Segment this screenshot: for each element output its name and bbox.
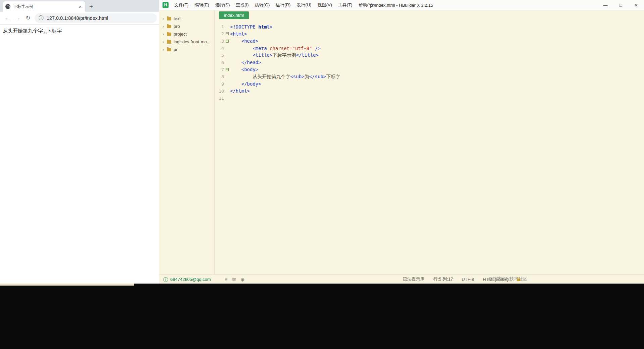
code-token: > <box>270 24 272 30</box>
fold-toggle-icon[interactable] <box>226 32 229 35</box>
back-button[interactable]: ← <box>2 15 12 21</box>
code-area[interactable]: 1<!DOCTYPE html>2<html>3 <head>4 <meta c… <box>215 20 644 102</box>
code-token <box>230 38 241 44</box>
ide-main-area: ›text›pro›project›logistics-front-ma...›… <box>159 10 644 275</box>
tree-item[interactable]: ›text <box>159 15 214 22</box>
folder-icon <box>167 40 171 44</box>
code-text: <body> <box>230 67 258 72</box>
account-icon[interactable]: ⓘ <box>163 277 168 282</box>
minimize-button[interactable]: — <box>598 0 613 10</box>
code-token: </body> <box>241 81 261 87</box>
browser-toolbar: ← → ↻ ⓘ 127.0.0.1:8848/pr/index.html <box>0 12 159 24</box>
menu-item[interactable]: 工具(T) <box>335 2 356 8</box>
menu-item[interactable]: 视图(V) <box>314 2 335 8</box>
code-line[interactable]: 5 <title>下标字示例</title> <box>215 52 644 59</box>
line-number: 6 <box>215 60 224 65</box>
line-number: 9 <box>215 82 224 87</box>
code-token: html <box>258 24 270 30</box>
code-token: <sub> <box>290 74 304 79</box>
line-number: 7 <box>215 67 224 72</box>
page-info-icon[interactable]: ⓘ <box>39 15 44 21</box>
code-line[interactable]: 11 <box>215 95 644 102</box>
line-number: 10 <box>215 89 224 94</box>
editor-panel: index.html 1<!DOCTYPE html>2<html>3 <hea… <box>215 10 644 275</box>
line-number: 3 <box>215 39 224 44</box>
new-tab-button[interactable]: + <box>89 3 93 10</box>
code-text: </body> <box>230 81 261 87</box>
editor-tab-index-html[interactable]: index.html <box>219 11 249 19</box>
plugin-icon[interactable]: ◉ <box>240 277 244 282</box>
code-token <box>230 81 241 87</box>
code-line[interactable]: 3 <head> <box>215 38 644 45</box>
line-number: 1 <box>215 24 224 29</box>
fold-toggle-icon[interactable] <box>226 40 229 43</box>
code-line[interactable]: 9 </body> <box>215 80 644 87</box>
screen: { "colors": { "accent-green": "#3C9D5D",… <box>0 0 644 349</box>
fold-column <box>224 68 230 71</box>
code-token: </sub> <box>309 74 326 79</box>
close-button[interactable]: ✕ <box>629 0 644 10</box>
browser-tab[interactable]: 下标字示例 × <box>3 1 85 12</box>
outline-icon[interactable]: ≡ <box>225 277 228 282</box>
page-subscript-text: 为 <box>43 31 47 35</box>
code-line[interactable]: 7 <body> <box>215 66 644 73</box>
code-line[interactable]: 2<html> <box>215 30 644 37</box>
folder-icon <box>167 25 171 28</box>
menu-item[interactable]: 编辑(E) <box>192 2 212 8</box>
hbuilder-logo-icon: H <box>163 2 169 8</box>
tree-item-label: text <box>174 16 181 21</box>
reload-button[interactable]: ↻ <box>23 14 33 21</box>
code-token: </head> <box>241 60 261 65</box>
line-number: 4 <box>215 46 224 51</box>
menu-item[interactable]: 选择(S) <box>212 2 233 8</box>
background-window-edge <box>0 284 134 286</box>
tree-item-label: pro <box>174 24 180 29</box>
chevron-right-icon: › <box>163 24 167 29</box>
tree-item[interactable]: ›project <box>159 30 214 38</box>
address-bar[interactable]: ⓘ 127.0.0.1:8848/pr/index.html <box>35 13 157 23</box>
mail-icon[interactable]: ✉ <box>232 277 236 282</box>
code-token <box>230 67 241 72</box>
code-token <box>230 52 252 58</box>
file-tree-panel: ›text›pro›project›logistics-front-ma...›… <box>159 10 215 275</box>
line-number: 2 <box>215 31 224 36</box>
status-left: ⓘ 694742605@qq.com ≡ ✉ ◉ <box>163 277 244 282</box>
menu-item[interactable]: 发行(U) <box>293 2 314 8</box>
maximize-button[interactable]: □ <box>613 0 629 10</box>
chevron-right-icon: › <box>163 39 167 44</box>
line-number: 8 <box>215 74 224 79</box>
code-text: </head> <box>230 60 261 65</box>
tree-item-label: project <box>174 32 187 37</box>
code-token: 从头开始第九个字 <box>252 74 290 79</box>
code-text: <head> <box>230 38 258 44</box>
lock-icon[interactable] <box>517 279 520 281</box>
code-token: 为 <box>305 74 309 79</box>
account-email[interactable]: 694742605@qq.com <box>170 277 211 282</box>
menu-item[interactable]: 跳转(G) <box>252 2 273 8</box>
tab-close-icon[interactable]: × <box>78 4 83 9</box>
code-token <box>230 74 252 79</box>
code-line[interactable]: 10</html> <box>215 88 644 95</box>
code-line[interactable]: 4 <meta charset="utf-8" /> <box>215 45 644 52</box>
tree-item-label: pr <box>174 47 178 52</box>
menu-item[interactable]: 查找(I) <box>233 2 251 8</box>
menu-item[interactable]: 运行(R) <box>273 2 293 8</box>
code-token: charset= <box>270 46 292 51</box>
browser-tab-strip: 下标字示例 × + <box>0 0 159 12</box>
page-text-after: 下标字 <box>47 28 62 34</box>
menu-item[interactable]: 文件(F) <box>171 2 192 8</box>
forward-button[interactable]: → <box>12 15 23 21</box>
code-line[interactable]: 1<!DOCTYPE html> <box>215 23 644 30</box>
tree-item[interactable]: ›logistics-front-ma... <box>159 38 214 46</box>
code-line[interactable]: 6 </head> <box>215 59 644 66</box>
code-token: /> <box>312 46 320 51</box>
tree-item[interactable]: ›pr <box>159 46 214 53</box>
tree-item[interactable]: ›pro <box>159 22 214 30</box>
line-number: 5 <box>215 53 224 58</box>
ide-titlebar: H 文件(F)编辑(E)选择(S)查找(I)跳转(G)运行(R)发行(U)视图(… <box>159 0 644 10</box>
code-line[interactable]: 8 从头开始第九个字<sub>为</sub>下标字 <box>215 73 644 80</box>
code-token: <body> <box>241 67 259 72</box>
fold-toggle-icon[interactable] <box>226 68 229 71</box>
code-token: <!DOCTYPE <box>230 24 258 30</box>
taskbar-area <box>0 284 644 349</box>
